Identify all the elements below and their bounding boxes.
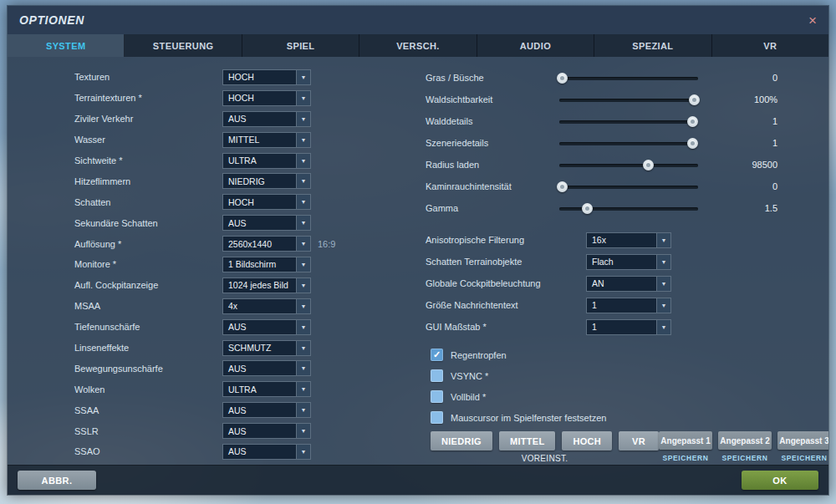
setting-dropdown[interactable]: 2560x1440 ▼ [222, 236, 311, 252]
setting-dropdown[interactable]: AUS ▼ [222, 111, 311, 127]
slider-handle[interactable] [582, 203, 593, 214]
chevron-down-icon[interactable]: ▼ [296, 195, 310, 209]
setting-dropdown[interactable]: 4x ▼ [222, 298, 311, 314]
chevron-down-icon[interactable]: ▼ [296, 299, 310, 313]
setting-dropdown[interactable]: 16x ▼ [586, 232, 671, 248]
setting-dropdown[interactable]: AN ▼ [586, 276, 671, 292]
chevron-down-icon[interactable]: ▼ [296, 237, 310, 251]
slider-track[interactable] [559, 164, 698, 167]
slider-value: 0 [772, 73, 777, 83]
tab[interactable]: VERSCH. [359, 34, 477, 57]
slider-handle[interactable] [557, 73, 568, 84]
slider-track[interactable] [559, 207, 698, 211]
setting-dropdown[interactable]: 1 ▼ [586, 319, 671, 335]
slider[interactable] [559, 94, 698, 105]
setting-dropdown[interactable]: 1 Bildschirm ▼ [222, 257, 311, 272]
chevron-down-icon[interactable]: ▼ [296, 216, 310, 230]
slider[interactable] [559, 138, 698, 149]
save-preset-link[interactable]: SPEICHERN [782, 454, 828, 462]
setting-dropdown[interactable]: AUS ▼ [222, 423, 311, 439]
save-preset-link[interactable]: SPEICHERN [722, 454, 768, 462]
chevron-down-icon[interactable]: ▼ [296, 174, 310, 188]
slider-handle[interactable] [687, 116, 698, 127]
setting-dropdown[interactable]: HOCH ▼ [222, 194, 311, 210]
chevron-down-icon[interactable]: ▼ [296, 133, 310, 147]
setting-dropdown[interactable]: 1 ▼ [586, 298, 671, 313]
checkbox[interactable]: ✓ [431, 411, 443, 424]
setting-dropdown[interactable]: Flach ▼ [586, 254, 671, 270]
save-preset-link[interactable]: SPEICHERN [663, 454, 709, 462]
checkbox[interactable]: ✓ [431, 349, 443, 361]
slider[interactable] [559, 73, 698, 84]
custom-preset-button[interactable]: Angepasst 3 [777, 431, 828, 450]
slider[interactable] [559, 160, 698, 171]
tab[interactable]: SPIEL [242, 34, 359, 57]
setting-dropdown[interactable]: HOCH ▼ [222, 69, 311, 85]
tab[interactable]: SYSTEM [8, 34, 125, 57]
custom-preset-button[interactable]: Angepasst 2 [718, 431, 772, 450]
preset-button[interactable]: VR [619, 431, 659, 451]
slider-handle[interactable] [687, 138, 698, 149]
chevron-down-icon[interactable]: ▼ [296, 424, 310, 438]
setting-dropdown[interactable]: AUS ▼ [222, 215, 311, 231]
slider-handle[interactable] [557, 181, 568, 192]
preset-button[interactable]: NIEDRIG [431, 431, 492, 451]
ok-button[interactable]: OK [742, 471, 818, 490]
dropdown-value: 16x [587, 233, 656, 247]
tab[interactable]: VR [712, 34, 828, 57]
chevron-down-icon[interactable]: ▼ [296, 70, 310, 84]
chevron-down-icon[interactable]: ▼ [296, 445, 310, 459]
setting-dropdown[interactable]: SCHMUTZ ▼ [222, 340, 311, 356]
setting-dropdown[interactable]: HOCH ▼ [222, 90, 311, 106]
setting-dropdown[interactable]: ULTRA ▼ [222, 153, 311, 169]
slider-track[interactable] [559, 186, 698, 189]
check-icon: ✓ [433, 350, 441, 359]
chevron-down-icon[interactable]: ▼ [296, 320, 310, 334]
preset-button[interactable]: HOCH [562, 431, 612, 451]
options-dialog: OPTIONEN × SYSTEM STEUERUNG SPIEL VERSCH… [7, 5, 829, 496]
chevron-down-icon[interactable]: ▼ [296, 278, 310, 293]
slider-handle[interactable] [643, 160, 654, 171]
tab[interactable]: AUDIO [477, 34, 594, 57]
custom-preset-button[interactable]: Angepasst 1 [659, 431, 712, 450]
tab-label: VR [763, 41, 777, 51]
slider-track[interactable] [559, 77, 698, 80]
setting-dropdown[interactable]: AUS ▼ [222, 402, 311, 418]
close-icon[interactable]: × [808, 13, 817, 28]
chevron-down-icon[interactable]: ▼ [656, 233, 670, 247]
chevron-down-icon[interactable]: ▼ [296, 403, 310, 417]
setting-dropdown[interactable]: AUS ▼ [222, 360, 311, 376]
chevron-down-icon[interactable]: ▼ [296, 257, 310, 272]
slider[interactable] [559, 203, 698, 214]
tab[interactable]: STEUERUNG [125, 34, 242, 57]
chevron-down-icon[interactable]: ▼ [296, 91, 310, 105]
slider-track[interactable] [559, 99, 698, 102]
setting-dropdown[interactable]: ULTRA ▼ [222, 381, 311, 397]
setting-dropdown[interactable]: MITTEL ▼ [222, 132, 311, 148]
checkbox[interactable]: ✓ [431, 390, 443, 403]
setting-dropdown[interactable]: AUS ▼ [222, 444, 311, 460]
chevron-down-icon[interactable]: ▼ [296, 154, 310, 168]
chevron-down-icon[interactable]: ▼ [656, 320, 670, 334]
setting-dropdown[interactable]: AUS ▼ [222, 319, 311, 335]
tab[interactable]: SPEZIAL [594, 34, 711, 57]
slider-track[interactable] [559, 120, 698, 124]
chevron-down-icon[interactable]: ▼ [296, 382, 310, 396]
chevron-down-icon[interactable]: ▼ [656, 255, 670, 269]
checkbox[interactable]: ✓ [431, 369, 443, 382]
slider-handle[interactable] [689, 94, 700, 105]
slider-row: Szeneriedetails 1 [412, 132, 828, 154]
preset-button[interactable]: MITTEL [499, 431, 556, 451]
chevron-down-icon[interactable]: ▼ [296, 341, 310, 355]
chevron-down-icon[interactable]: ▼ [656, 298, 670, 313]
cancel-button[interactable]: ABBR. [18, 471, 96, 490]
chevron-down-icon[interactable]: ▼ [656, 277, 670, 291]
setting-label: Anisotropische Filterung [426, 235, 586, 245]
setting-dropdown[interactable]: 1024 jedes Bild ▼ [222, 277, 311, 293]
slider[interactable] [559, 181, 698, 192]
chevron-down-icon[interactable]: ▼ [296, 112, 310, 126]
chevron-down-icon[interactable]: ▼ [296, 361, 310, 375]
slider[interactable] [559, 116, 698, 127]
setting-dropdown[interactable]: NIEDRIG ▼ [222, 173, 311, 189]
slider-track[interactable] [559, 142, 698, 145]
